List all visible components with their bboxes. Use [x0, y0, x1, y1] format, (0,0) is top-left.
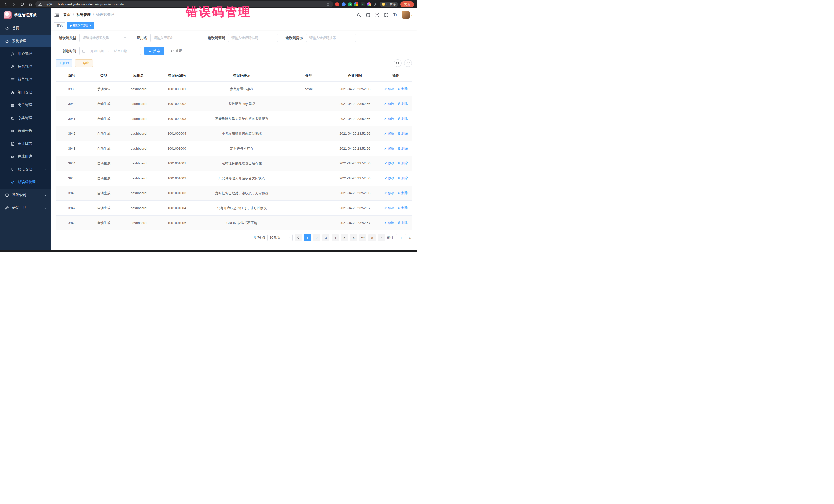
edit-link[interactable]: 修改	[384, 87, 394, 91]
more-pages-button[interactable]: •••	[359, 234, 367, 241]
cell-remark	[287, 201, 330, 216]
pin-icon[interactable]	[374, 3, 377, 6]
breadcrumb-system[interactable]: 系统管理	[76, 13, 91, 17]
app-logo[interactable]: 芋道管理系统	[0, 8, 50, 22]
delete-link[interactable]: 删除	[397, 102, 408, 106]
paused-badge[interactable]: 已暂停	[379, 2, 398, 7]
sidebar-item-users[interactable]: 用户管理	[0, 47, 50, 60]
page-size-select[interactable]: 10条/页	[267, 234, 292, 241]
page-button-3[interactable]: 3	[322, 234, 329, 241]
add-button[interactable]: + 新增	[56, 59, 72, 67]
delete-link[interactable]: 删除	[397, 206, 408, 210]
table-row: 3939手动编辑dashboard1001000001参数配置不存在ceshi2…	[56, 82, 412, 96]
reload-icon[interactable]	[19, 1, 25, 7]
sidebar-item-home[interactable]: 首页	[0, 22, 50, 35]
grid-extension-icon[interactable]	[354, 2, 358, 6]
delete-link[interactable]: 删除	[397, 116, 408, 121]
sidebar-item-dict[interactable]: 字典管理	[0, 112, 50, 125]
tab-error-code[interactable]: 错误码管理×	[67, 22, 94, 29]
next-page-button[interactable]	[378, 234, 385, 241]
delete-link[interactable]: 删除	[397, 221, 408, 225]
sidebar-item-sms[interactable]: 短信管理	[0, 163, 50, 176]
user-menu[interactable]: ▾	[402, 11, 412, 19]
on-badge-extension-icon[interactable]: on	[361, 2, 365, 6]
sidebar-item-system[interactable]: 系统管理	[0, 35, 50, 47]
close-icon[interactable]: ×	[90, 24, 91, 27]
sidebar-item-posts[interactable]: 岗位管理	[0, 99, 50, 112]
edit-link[interactable]: 修改	[384, 161, 394, 166]
error-type-input[interactable]	[79, 34, 129, 42]
refresh-table-button[interactable]	[404, 59, 412, 67]
edit-link[interactable]: 修改	[384, 146, 394, 151]
col-type: 类型	[88, 70, 120, 82]
reset-button[interactable]: 重置	[167, 47, 186, 55]
edit-link[interactable]: 修改	[384, 102, 394, 106]
edit-link[interactable]: 修改	[384, 206, 394, 210]
date-range-picker[interactable]: -	[79, 47, 141, 55]
end-date-input[interactable]	[111, 49, 130, 53]
start-date-input[interactable]	[87, 49, 107, 53]
delete-link[interactable]: 删除	[397, 131, 408, 136]
search-icon[interactable]	[356, 13, 361, 17]
reset-button-label: 重置	[175, 49, 182, 53]
app-name-input[interactable]	[150, 34, 200, 42]
edit-link[interactable]: 修改	[384, 116, 394, 121]
paused-badge-label: 已暂停	[387, 2, 396, 6]
address-bar[interactable]: 不安全 dashboard.yudao.iocoder.cn/system/er…	[36, 1, 333, 7]
export-button[interactable]: 导出	[75, 59, 93, 67]
home-icon[interactable]	[27, 1, 34, 7]
fullscreen-icon[interactable]	[384, 13, 389, 17]
edit-label: 修改	[388, 146, 394, 151]
sidebar-item-online-users[interactable]: 在线用户	[0, 150, 50, 163]
vue-devtools-extension-icon[interactable]: V	[348, 2, 352, 6]
github-icon[interactable]	[366, 13, 370, 17]
sidebar-fold-icon[interactable]	[54, 12, 59, 18]
sidebar-item-infra[interactable]: 基础设施	[0, 189, 50, 201]
cell-id: 3945	[56, 171, 88, 186]
error-code-input[interactable]	[228, 34, 278, 42]
toggle-search-button[interactable]	[394, 59, 402, 67]
goto-page-input[interactable]	[396, 234, 407, 241]
font-size-icon[interactable]: TT	[393, 13, 397, 17]
error-message-input[interactable]	[306, 34, 356, 42]
search-button[interactable]: 搜索	[145, 47, 164, 55]
blue-extension-icon[interactable]	[342, 2, 346, 6]
tab-home[interactable]: 首页	[54, 22, 65, 29]
page-button-8[interactable]: 8	[369, 234, 376, 241]
red-extension-icon[interactable]	[335, 2, 339, 6]
sidebar-item-dev-tools[interactable]: 研发工具	[0, 201, 50, 214]
update-button[interactable]: 更新	[400, 1, 414, 7]
sidebar-item-error-code[interactable]: 错误码管理	[0, 176, 50, 189]
sidebar-item-notice[interactable]: 通知公告	[0, 125, 50, 137]
delete-label: 删除	[401, 221, 408, 225]
delete-link[interactable]: 删除	[397, 146, 408, 151]
briefcase-icon	[11, 104, 15, 107]
sidebar-item-menus[interactable]: 菜单管理	[0, 73, 50, 86]
edit-link[interactable]: 修改	[384, 131, 394, 136]
delete-link[interactable]: 删除	[397, 176, 408, 180]
delete-link[interactable]: 删除	[397, 191, 408, 195]
page-button-6[interactable]: 6	[350, 234, 357, 241]
edit-link[interactable]: 修改	[384, 191, 394, 195]
filter-code: 错误码编码	[208, 34, 278, 42]
page-button-4[interactable]: 4	[332, 234, 339, 241]
book-icon	[11, 116, 15, 120]
bookmark-star-icon[interactable]	[326, 2, 330, 6]
breadcrumb-home[interactable]: 首页	[63, 13, 70, 17]
sidebar-item-audit-log[interactable]: 审计日志	[0, 137, 50, 150]
sidebar-item-roles[interactable]: 角色管理	[0, 60, 50, 73]
page-button-2[interactable]: 2	[313, 234, 320, 241]
sidebar-item-departments[interactable]: 部门管理	[0, 86, 50, 99]
colorwheel-extension-icon[interactable]	[367, 2, 371, 6]
edit-link[interactable]: 修改	[384, 176, 394, 180]
error-type-select[interactable]	[79, 34, 129, 42]
page-button-1[interactable]: 1	[304, 234, 311, 241]
edit-link[interactable]: 修改	[384, 221, 394, 225]
prev-page-button[interactable]	[294, 234, 302, 241]
delete-link[interactable]: 删除	[397, 87, 408, 91]
page-button-5[interactable]: 5	[341, 234, 348, 241]
help-icon[interactable]: ?	[375, 13, 379, 17]
forward-icon[interactable]	[11, 1, 17, 7]
back-icon[interactable]	[3, 1, 9, 7]
delete-link[interactable]: 删除	[397, 161, 408, 166]
